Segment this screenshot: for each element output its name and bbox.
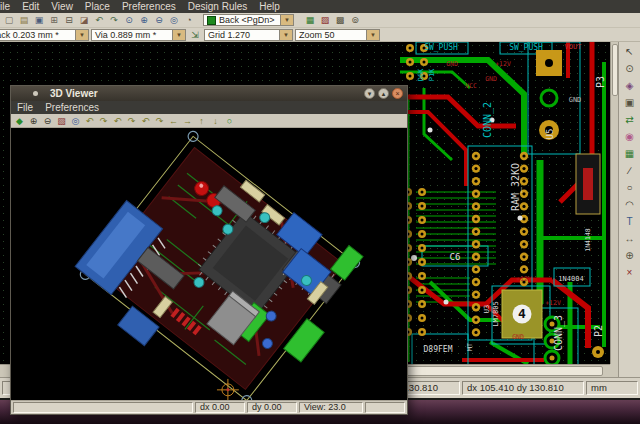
- layer-manager-button[interactable]: ▦: [303, 13, 317, 27]
- menu-item-design-rules[interactable]: Design Rules: [182, 0, 253, 13]
- undo-button[interactable]: ↶: [92, 13, 106, 27]
- move-right-button[interactable]: →: [181, 114, 194, 127]
- page-settings-button[interactable]: ⊞: [47, 13, 61, 27]
- scrollbar-corner: [610, 364, 618, 377]
- pcb-label: U3: [483, 305, 491, 313]
- add-text-icon: T: [626, 215, 632, 229]
- viewer-3d-canvas[interactable]: [11, 128, 407, 401]
- zoom-out-icon: ⊖: [44, 114, 52, 128]
- viewer-3d-title: 3D Viewer: [50, 88, 98, 99]
- layer-selector[interactable]: Back <PgDn> ▼: [203, 14, 294, 26]
- pcb-label: MT: [466, 343, 474, 351]
- menu-item-preferences[interactable]: Preferences: [39, 102, 105, 113]
- add-line-button[interactable]: ∕: [622, 163, 638, 179]
- add-text-button[interactable]: T: [622, 214, 638, 230]
- menu-item-preferences[interactable]: Preferences: [116, 0, 182, 13]
- zoom-out-button[interactable]: ⊖: [41, 114, 54, 127]
- rotate-z-pos-icon: ↷: [156, 114, 164, 128]
- grid-combo[interactable]: Grid 1.270 ▼: [204, 29, 293, 41]
- menu-item-file[interactable]: File: [11, 102, 39, 113]
- zoom-in-button[interactable]: ⊕: [137, 13, 151, 27]
- close-button[interactable]: ×: [392, 88, 403, 99]
- viewer-3d-toolbar: ◆⊕⊖▧◎↶↷↶↷↶↷←→↑↓○: [11, 114, 407, 128]
- rotate-z-pos-button[interactable]: ↷: [153, 114, 166, 127]
- add-line-icon: ∕: [629, 164, 631, 178]
- zoom-fit-button[interactable]: ◎: [69, 114, 82, 127]
- menu-item-file[interactable]: File: [0, 0, 16, 13]
- window-menu-icon[interactable]: [33, 91, 38, 96]
- ortho-view-button[interactable]: ○: [223, 114, 236, 127]
- viewer-3d-titlebar[interactable]: 3D Viewer ▾ ▴ ×: [11, 86, 407, 101]
- zoom-combo[interactable]: Zoom 50 ▼: [295, 29, 380, 41]
- move-up-button[interactable]: ↑: [195, 114, 208, 127]
- via-size-dropdown[interactable]: ▼: [173, 29, 186, 41]
- rotate-x-pos-button[interactable]: ↷: [97, 114, 110, 127]
- add-circle-button[interactable]: ○: [622, 180, 638, 196]
- add-target-icon: ⊕: [625, 249, 633, 263]
- print-button[interactable]: ⊟: [62, 13, 76, 27]
- plot-button[interactable]: ◪: [77, 13, 91, 27]
- module-mode-button[interactable]: ▨: [318, 13, 332, 27]
- pcb-label: GND: [485, 75, 497, 83]
- pcb-label: P1K: [428, 68, 436, 81]
- move-down-button[interactable]: ↓: [209, 114, 222, 127]
- find-button[interactable]: ◔: [182, 13, 196, 27]
- maximize-button[interactable]: ▴: [378, 88, 389, 99]
- via-size-combo[interactable]: Via 0.889 mm * ▼: [91, 29, 186, 41]
- track-width-dropdown[interactable]: ▼: [76, 29, 89, 41]
- magnetic-pad-button[interactable]: ⊚: [348, 13, 362, 27]
- rotate-x-neg-icon: ↶: [86, 114, 94, 128]
- delete-item-button[interactable]: ×: [622, 265, 638, 281]
- zoom-dropdown[interactable]: ▼: [367, 29, 380, 41]
- redraw-icon: ▧: [57, 114, 66, 128]
- track-mode-button[interactable]: ▩: [333, 13, 347, 27]
- rotate-z-neg-button[interactable]: ↶: [139, 114, 152, 127]
- move-left-icon: ←: [169, 114, 178, 128]
- local-ratsnest-button[interactable]: ◈: [622, 78, 638, 94]
- reload-board-button[interactable]: ◆: [13, 114, 26, 127]
- layer-selector-dropdown[interactable]: ▼: [281, 14, 294, 26]
- rotate-x-neg-button[interactable]: ↶: [83, 114, 96, 127]
- move-left-button[interactable]: ←: [167, 114, 180, 127]
- pcb-label: C6: [450, 252, 461, 262]
- open-board-button[interactable]: ▤: [17, 13, 31, 27]
- vertical-scrollbar[interactable]: [610, 42, 618, 364]
- highlight-net-button[interactable]: ⊙: [622, 61, 638, 77]
- add-target-button[interactable]: ⊕: [622, 248, 638, 264]
- zoom-out-button[interactable]: ⊖: [152, 13, 166, 27]
- add-via-button[interactable]: ◉: [622, 129, 638, 145]
- viewer-status-view: View: 23.0: [299, 402, 363, 413]
- new-board-button[interactable]: ▢: [2, 13, 16, 27]
- save-board-button[interactable]: ▣: [32, 13, 46, 27]
- open-board-icon: ▤: [20, 13, 29, 27]
- menu-item-place[interactable]: Place: [79, 0, 116, 13]
- add-zone-button[interactable]: ▦: [622, 146, 638, 162]
- cursor-button[interactable]: ↖: [622, 44, 638, 60]
- redo-button[interactable]: ↷: [107, 13, 121, 27]
- add-footprint-button[interactable]: ▣: [622, 95, 638, 111]
- menu-item-help[interactable]: Help: [253, 0, 286, 13]
- add-dimension-button[interactable]: ↔: [622, 231, 638, 247]
- zoom-fit-button[interactable]: ◎: [167, 13, 181, 27]
- auto-track-width-icon: ⇲: [191, 28, 199, 42]
- track-width-combo[interactable]: Track 0.203 mm * ▼: [0, 29, 89, 41]
- add-arc-button[interactable]: ◠: [622, 197, 638, 213]
- viewer-3d-window: 3D Viewer ▾ ▴ × FilePreferences ◆⊕⊖▧◎↶↷↶…: [10, 85, 408, 415]
- refresh-button[interactable]: ⊙: [122, 13, 136, 27]
- pcb-label: +12V: [516, 275, 532, 283]
- rotate-y-neg-button[interactable]: ↶: [111, 114, 124, 127]
- grid-dropdown[interactable]: ▼: [280, 29, 293, 41]
- redraw-button[interactable]: ▧: [55, 114, 68, 127]
- auto-track-width-button[interactable]: ⇲: [188, 28, 202, 42]
- move-up-icon: ↑: [199, 114, 204, 128]
- zoom-in-button[interactable]: ⊕: [27, 114, 40, 127]
- minimize-button[interactable]: ▾: [364, 88, 375, 99]
- menu-item-view[interactable]: View: [45, 0, 79, 13]
- pcb-label: +12V: [495, 60, 511, 68]
- menu-item-edit[interactable]: Edit: [16, 0, 45, 13]
- pcb-label: VOUT: [565, 43, 583, 51]
- right-toolbar-icons: ↖⊙◈▣⇄◉▦∕○◠T↔⊕×: [622, 44, 638, 281]
- pcb-label: RAM_32KO: [510, 163, 522, 211]
- rotate-y-pos-button[interactable]: ↷: [125, 114, 138, 127]
- route-track-button[interactable]: ⇄: [622, 112, 638, 128]
